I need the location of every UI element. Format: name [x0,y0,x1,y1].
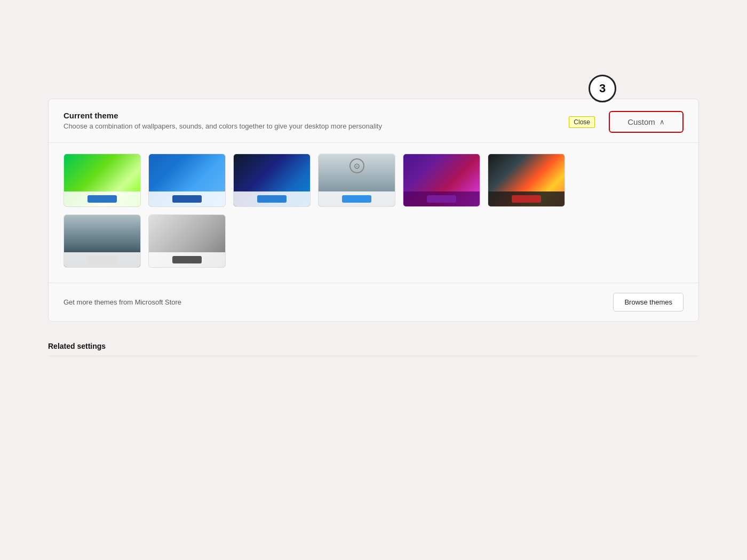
theme-item[interactable] [488,154,565,207]
related-settings-title: Related settings [48,342,699,356]
taskbar-pill [427,195,456,203]
taskbar-pill [512,195,541,203]
page-wrapper: 3 Current theme Choose a combination of … [0,0,747,560]
theme-taskbar [149,191,225,206]
theme-item[interactable] [148,154,226,207]
taskbar-pill [172,195,202,203]
theme-taskbar [149,252,225,267]
header-left: Current theme Choose a combination of wa… [63,111,569,130]
taskbar-pill [172,256,202,263]
themes-grid: ⊙ [49,143,698,283]
current-theme-title: Current theme [63,111,569,120]
taskbar-pill [88,256,117,263]
main-card: Current theme Choose a combination of wa… [48,99,699,322]
custom-theme-button[interactable]: Custom ∧ [609,111,684,133]
close-tooltip-button[interactable]: Close [569,116,595,128]
theme-taskbar [234,191,310,206]
custom-button-label: Custom [627,117,655,126]
step-annotation: 3 [589,75,616,102]
footer-text: Get more themes from Microsoft Store [63,298,181,306]
theme-icon: ⊙ [349,158,364,173]
theme-item[interactable] [403,154,480,207]
related-settings-section: Related settings [48,334,699,364]
theme-item[interactable]: ⊙ [318,154,395,207]
theme-item[interactable] [148,214,226,268]
theme-taskbar [64,191,140,206]
current-theme-subtitle: Choose a combination of wallpapers, soun… [63,122,569,130]
theme-taskbar [488,191,565,206]
browse-themes-button[interactable]: Browse themes [613,293,684,311]
theme-taskbar [319,191,395,206]
card-footer: Get more themes from Microsoft Store Bro… [49,283,698,321]
taskbar-pill [257,195,287,203]
theme-item[interactable] [63,154,141,207]
taskbar-pill [88,195,117,203]
theme-taskbar [403,191,480,206]
chevron-up-icon: ∧ [659,118,665,126]
theme-item[interactable] [63,214,141,268]
theme-taskbar [64,252,140,267]
taskbar-pill [342,195,371,203]
card-header: Current theme Choose a combination of wa… [49,99,698,143]
theme-item[interactable] [233,154,311,207]
